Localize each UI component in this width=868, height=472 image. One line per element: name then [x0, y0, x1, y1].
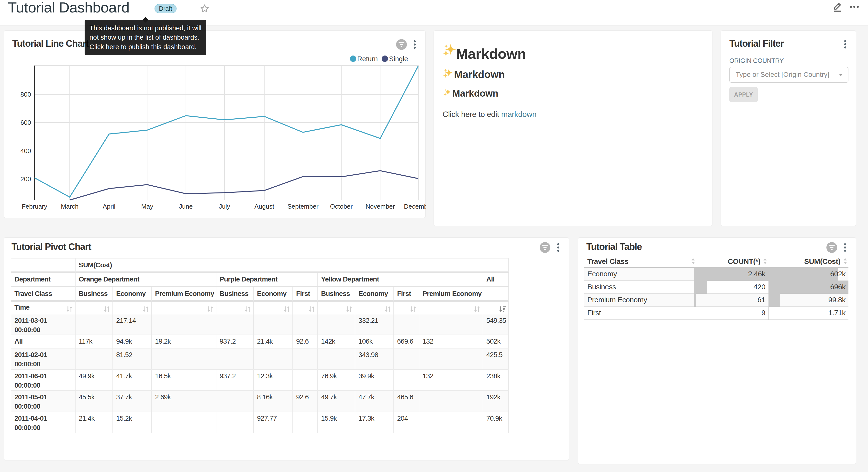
svg-text:Single: Single	[389, 55, 408, 63]
svg-text:May: May	[141, 203, 153, 210]
svg-text:600: 600	[21, 119, 31, 126]
svg-text:October: October	[330, 203, 353, 210]
svg-text:November: November	[366, 203, 395, 210]
svg-text:200: 200	[21, 175, 31, 183]
svg-text:June: June	[179, 203, 193, 210]
svg-text:Return: Return	[357, 55, 378, 63]
svg-text:February: February	[22, 203, 47, 210]
svg-text:400: 400	[21, 147, 31, 154]
svg-text:800: 800	[21, 91, 31, 98]
svg-text:March: March	[61, 203, 79, 210]
svg-text:December: December	[404, 203, 426, 210]
svg-text:April: April	[103, 203, 115, 210]
svg-text:September: September	[287, 203, 319, 210]
svg-text:July: July	[219, 203, 230, 210]
svg-text:August: August	[254, 203, 275, 210]
